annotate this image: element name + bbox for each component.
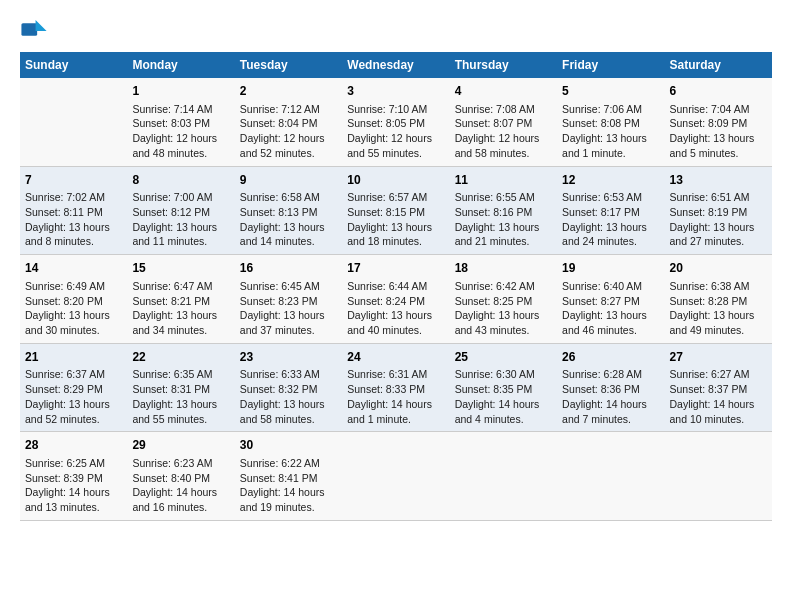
calendar-cell: 11Sunrise: 6:55 AMSunset: 8:16 PMDayligh… — [450, 166, 557, 255]
day-number: 13 — [670, 172, 767, 189]
day-info: Sunrise: 6:30 AMSunset: 8:35 PMDaylight:… — [455, 367, 552, 426]
day-info: Sunrise: 6:22 AMSunset: 8:41 PMDaylight:… — [240, 456, 337, 515]
calendar-cell: 1Sunrise: 7:14 AMSunset: 8:03 PMDaylight… — [127, 78, 234, 166]
day-number: 4 — [455, 83, 552, 100]
day-number: 16 — [240, 260, 337, 277]
calendar-cell: 28Sunrise: 6:25 AMSunset: 8:39 PMDayligh… — [20, 432, 127, 521]
day-info: Sunrise: 6:53 AMSunset: 8:17 PMDaylight:… — [562, 190, 659, 249]
day-number: 5 — [562, 83, 659, 100]
day-info: Sunrise: 6:40 AMSunset: 8:27 PMDaylight:… — [562, 279, 659, 338]
day-info: Sunrise: 7:12 AMSunset: 8:04 PMDaylight:… — [240, 102, 337, 161]
day-number: 3 — [347, 83, 444, 100]
calendar-cell: 25Sunrise: 6:30 AMSunset: 8:35 PMDayligh… — [450, 343, 557, 432]
calendar-cell: 12Sunrise: 6:53 AMSunset: 8:17 PMDayligh… — [557, 166, 664, 255]
day-info: Sunrise: 6:58 AMSunset: 8:13 PMDaylight:… — [240, 190, 337, 249]
day-info: Sunrise: 6:55 AMSunset: 8:16 PMDaylight:… — [455, 190, 552, 249]
page-header — [20, 20, 772, 42]
col-thursday: Thursday — [450, 52, 557, 78]
calendar-cell: 5Sunrise: 7:06 AMSunset: 8:08 PMDaylight… — [557, 78, 664, 166]
day-info: Sunrise: 7:08 AMSunset: 8:07 PMDaylight:… — [455, 102, 552, 161]
calendar-cell: 30Sunrise: 6:22 AMSunset: 8:41 PMDayligh… — [235, 432, 342, 521]
svg-marker-1 — [36, 20, 47, 31]
calendar-week-row: 28Sunrise: 6:25 AMSunset: 8:39 PMDayligh… — [20, 432, 772, 521]
day-number: 14 — [25, 260, 122, 277]
svg-rect-0 — [21, 23, 37, 36]
calendar-cell: 14Sunrise: 6:49 AMSunset: 8:20 PMDayligh… — [20, 255, 127, 344]
calendar-cell: 20Sunrise: 6:38 AMSunset: 8:28 PMDayligh… — [665, 255, 772, 344]
day-number: 28 — [25, 437, 122, 454]
day-number: 30 — [240, 437, 337, 454]
day-number: 27 — [670, 349, 767, 366]
calendar-cell: 17Sunrise: 6:44 AMSunset: 8:24 PMDayligh… — [342, 255, 449, 344]
calendar-cell: 21Sunrise: 6:37 AMSunset: 8:29 PMDayligh… — [20, 343, 127, 432]
day-number: 29 — [132, 437, 229, 454]
day-number: 8 — [132, 172, 229, 189]
calendar-cell — [20, 78, 127, 166]
day-info: Sunrise: 6:31 AMSunset: 8:33 PMDaylight:… — [347, 367, 444, 426]
calendar-cell: 2Sunrise: 7:12 AMSunset: 8:04 PMDaylight… — [235, 78, 342, 166]
day-number: 22 — [132, 349, 229, 366]
calendar-cell: 3Sunrise: 7:10 AMSunset: 8:05 PMDaylight… — [342, 78, 449, 166]
day-info: Sunrise: 6:44 AMSunset: 8:24 PMDaylight:… — [347, 279, 444, 338]
day-number: 23 — [240, 349, 337, 366]
day-info: Sunrise: 6:51 AMSunset: 8:19 PMDaylight:… — [670, 190, 767, 249]
calendar-cell: 19Sunrise: 6:40 AMSunset: 8:27 PMDayligh… — [557, 255, 664, 344]
day-number: 15 — [132, 260, 229, 277]
calendar-header-row: Sunday Monday Tuesday Wednesday Thursday… — [20, 52, 772, 78]
calendar-cell — [557, 432, 664, 521]
day-info: Sunrise: 7:04 AMSunset: 8:09 PMDaylight:… — [670, 102, 767, 161]
col-sunday: Sunday — [20, 52, 127, 78]
day-info: Sunrise: 7:06 AMSunset: 8:08 PMDaylight:… — [562, 102, 659, 161]
day-info: Sunrise: 6:23 AMSunset: 8:40 PMDaylight:… — [132, 456, 229, 515]
day-info: Sunrise: 7:14 AMSunset: 8:03 PMDaylight:… — [132, 102, 229, 161]
calendar-cell: 23Sunrise: 6:33 AMSunset: 8:32 PMDayligh… — [235, 343, 342, 432]
calendar-cell: 4Sunrise: 7:08 AMSunset: 8:07 PMDaylight… — [450, 78, 557, 166]
day-info: Sunrise: 6:33 AMSunset: 8:32 PMDaylight:… — [240, 367, 337, 426]
calendar-cell: 16Sunrise: 6:45 AMSunset: 8:23 PMDayligh… — [235, 255, 342, 344]
calendar-cell: 9Sunrise: 6:58 AMSunset: 8:13 PMDaylight… — [235, 166, 342, 255]
day-number: 2 — [240, 83, 337, 100]
calendar-week-row: 14Sunrise: 6:49 AMSunset: 8:20 PMDayligh… — [20, 255, 772, 344]
day-number: 10 — [347, 172, 444, 189]
calendar-cell: 6Sunrise: 7:04 AMSunset: 8:09 PMDaylight… — [665, 78, 772, 166]
day-number: 12 — [562, 172, 659, 189]
day-number: 19 — [562, 260, 659, 277]
day-info: Sunrise: 6:42 AMSunset: 8:25 PMDaylight:… — [455, 279, 552, 338]
calendar-week-row: 1Sunrise: 7:14 AMSunset: 8:03 PMDaylight… — [20, 78, 772, 166]
col-wednesday: Wednesday — [342, 52, 449, 78]
day-info: Sunrise: 6:47 AMSunset: 8:21 PMDaylight:… — [132, 279, 229, 338]
day-info: Sunrise: 6:38 AMSunset: 8:28 PMDaylight:… — [670, 279, 767, 338]
calendar-cell: 7Sunrise: 7:02 AMSunset: 8:11 PMDaylight… — [20, 166, 127, 255]
calendar-table: Sunday Monday Tuesday Wednesday Thursday… — [20, 52, 772, 521]
day-info: Sunrise: 6:27 AMSunset: 8:37 PMDaylight:… — [670, 367, 767, 426]
day-info: Sunrise: 6:57 AMSunset: 8:15 PMDaylight:… — [347, 190, 444, 249]
col-monday: Monday — [127, 52, 234, 78]
day-info: Sunrise: 6:37 AMSunset: 8:29 PMDaylight:… — [25, 367, 122, 426]
calendar-cell: 24Sunrise: 6:31 AMSunset: 8:33 PMDayligh… — [342, 343, 449, 432]
logo-icon — [20, 20, 48, 42]
day-info: Sunrise: 7:00 AMSunset: 8:12 PMDaylight:… — [132, 190, 229, 249]
calendar-cell: 27Sunrise: 6:27 AMSunset: 8:37 PMDayligh… — [665, 343, 772, 432]
col-tuesday: Tuesday — [235, 52, 342, 78]
day-info: Sunrise: 6:35 AMSunset: 8:31 PMDaylight:… — [132, 367, 229, 426]
calendar-cell — [450, 432, 557, 521]
day-number: 21 — [25, 349, 122, 366]
calendar-week-row: 21Sunrise: 6:37 AMSunset: 8:29 PMDayligh… — [20, 343, 772, 432]
col-saturday: Saturday — [665, 52, 772, 78]
calendar-cell: 10Sunrise: 6:57 AMSunset: 8:15 PMDayligh… — [342, 166, 449, 255]
day-number: 18 — [455, 260, 552, 277]
day-number: 6 — [670, 83, 767, 100]
calendar-cell: 15Sunrise: 6:47 AMSunset: 8:21 PMDayligh… — [127, 255, 234, 344]
calendar-cell: 26Sunrise: 6:28 AMSunset: 8:36 PMDayligh… — [557, 343, 664, 432]
day-number: 25 — [455, 349, 552, 366]
calendar-cell: 18Sunrise: 6:42 AMSunset: 8:25 PMDayligh… — [450, 255, 557, 344]
calendar-cell — [342, 432, 449, 521]
calendar-cell — [665, 432, 772, 521]
day-info: Sunrise: 6:28 AMSunset: 8:36 PMDaylight:… — [562, 367, 659, 426]
day-number: 7 — [25, 172, 122, 189]
day-number: 26 — [562, 349, 659, 366]
day-info: Sunrise: 7:02 AMSunset: 8:11 PMDaylight:… — [25, 190, 122, 249]
logo — [20, 20, 52, 42]
col-friday: Friday — [557, 52, 664, 78]
calendar-cell: 8Sunrise: 7:00 AMSunset: 8:12 PMDaylight… — [127, 166, 234, 255]
